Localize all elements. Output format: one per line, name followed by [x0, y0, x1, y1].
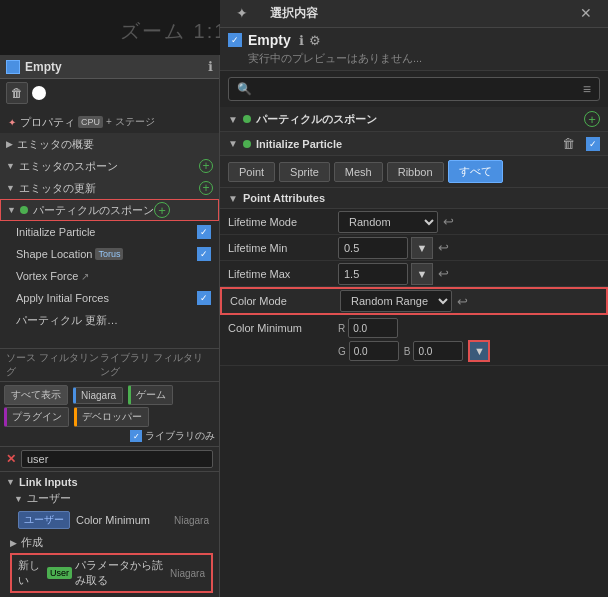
- color-minimum-label: Color Minimum: [76, 514, 150, 526]
- window-title: 選択内容: [262, 0, 326, 28]
- lifetime-max-input[interactable]: [338, 263, 408, 285]
- shape-location-item[interactable]: Shape Location Torus: [0, 243, 219, 265]
- particle-update-item[interactable]: パーティクル 更新…: [0, 309, 219, 331]
- particle-spawn-label: パーティクルのスポーン: [33, 203, 154, 218]
- user-section: ▼ ユーザー ユーザー Color Minimum Niagara: [6, 491, 213, 531]
- clear-search-btn[interactable]: ✕: [6, 452, 16, 466]
- create-row[interactable]: 新しい User パラメータから読み取る Niagara: [10, 553, 213, 593]
- init-particle-trash[interactable]: 🗑: [562, 136, 575, 151]
- shape-location-label: Shape Location: [16, 248, 92, 260]
- particles-spawn-arrow[interactable]: ▼: [228, 114, 238, 125]
- filter-dev-btn[interactable]: デベロッパー: [74, 407, 149, 427]
- triangle-icon: ▼: [6, 183, 15, 193]
- library-checkbox[interactable]: [130, 430, 142, 442]
- lifetime-min-expand[interactable]: ▼: [411, 237, 433, 259]
- init-particle-label: Initialize Particle: [16, 226, 95, 238]
- lifetime-mode-dropdown[interactable]: Random: [338, 211, 438, 233]
- vortex-force-item[interactable]: Vortex Force ↗: [0, 265, 219, 287]
- color-gb-row: G B ▼: [228, 340, 600, 362]
- new-param-read: パラメータから読み取る: [75, 558, 170, 588]
- init-particle-check[interactable]: [586, 137, 600, 151]
- emitter-spawn-label: エミッタのスポーン: [19, 159, 118, 174]
- stack-search-bar: 🔍 ≡: [228, 77, 600, 101]
- emitter-overview-group[interactable]: ▶ エミッタの概要: [0, 133, 219, 155]
- b-label: B: [404, 346, 411, 357]
- tab-point[interactable]: Point: [228, 162, 275, 182]
- init-particle-check[interactable]: [197, 225, 211, 239]
- point-attr-arrow[interactable]: ▼: [228, 193, 238, 204]
- stage-label: + ステージ: [106, 115, 155, 129]
- user-section-header: ▼ ユーザー: [14, 491, 213, 506]
- green-dot: [20, 206, 28, 214]
- empty-checkbox[interactable]: [6, 60, 20, 74]
- search-row: ✕: [0, 446, 219, 471]
- triangle-icon: ▼: [6, 161, 15, 171]
- init-particle-item[interactable]: Initialize Particle: [0, 221, 219, 243]
- left-panel-content: ✦ プロパティ CPU + ステージ ▶ エミッタの概要 ▼ エミッタのスポーン…: [0, 107, 219, 335]
- lifetime-min-undo[interactable]: ↩: [438, 240, 449, 255]
- color-mode-undo[interactable]: ↩: [457, 294, 468, 309]
- preview-checkbox[interactable]: [228, 33, 242, 47]
- tab-all[interactable]: すべて: [448, 160, 503, 183]
- window-icon: ✦: [228, 0, 256, 28]
- create-triangle: ▶: [10, 538, 17, 548]
- filter-niagara-btn[interactable]: Niagara: [73, 387, 123, 404]
- apply-forces-check[interactable]: [197, 291, 211, 305]
- lifetime-max-expand[interactable]: ▼: [411, 263, 433, 285]
- filter-all-btn[interactable]: すべて表示: [4, 385, 68, 405]
- lifetime-mode-undo[interactable]: ↩: [443, 214, 454, 229]
- lifetime-max-row: Lifetime Max ▼ ↩: [220, 261, 608, 287]
- g-label: G: [338, 346, 346, 357]
- preview-title-row: Empty ℹ ⚙: [228, 32, 600, 48]
- info-icon[interactable]: ℹ: [208, 59, 213, 74]
- color-b-input[interactable]: [413, 341, 463, 361]
- filter-game-btn[interactable]: ゲーム: [128, 385, 173, 405]
- preview-info-icon[interactable]: ℹ: [299, 33, 304, 48]
- emitter-update-add[interactable]: +: [199, 181, 213, 195]
- color-r-input[interactable]: [348, 318, 398, 338]
- lifetime-mode-row: Lifetime Mode Random ↩: [220, 209, 608, 235]
- shape-location-check[interactable]: [197, 247, 211, 261]
- user-section-label: ユーザー: [27, 491, 71, 506]
- tab-mesh[interactable]: Mesh: [334, 162, 383, 182]
- user-badge: ユーザー: [18, 511, 70, 529]
- user-triangle: ▼: [14, 494, 23, 504]
- emitter-spawn-add[interactable]: +: [199, 159, 213, 173]
- link-inputs-triangle: ▼: [6, 477, 15, 487]
- search-input[interactable]: [21, 450, 213, 468]
- color-expand-btn[interactable]: ▼: [468, 340, 490, 362]
- emitter-spawn-group[interactable]: ▼ エミッタのスポーン +: [0, 155, 219, 177]
- properties-row[interactable]: ✦ プロパティ CPU + ステージ: [0, 111, 219, 133]
- particles-spawn-add[interactable]: +: [584, 111, 600, 127]
- color-minimum-row[interactable]: ユーザー Color Minimum Niagara: [14, 509, 213, 531]
- color-mode-dropdown[interactable]: Random Range: [340, 290, 452, 312]
- particles-green-dot: [243, 115, 251, 123]
- zoom-label: ズーム 1:1: [120, 18, 227, 45]
- color-min-label: Color Minimum: [228, 322, 338, 334]
- particle-spawn-add[interactable]: +: [154, 202, 170, 218]
- point-attributes-title: Point Attributes: [243, 192, 325, 204]
- init-particle-arrow[interactable]: ▼: [228, 138, 238, 149]
- lifetime-max-undo[interactable]: ↩: [438, 266, 449, 281]
- cpu-badge: CPU: [78, 116, 103, 128]
- create-header: ▶ 作成: [10, 535, 213, 550]
- init-particle-title: Initialize Particle: [256, 138, 562, 150]
- trash-btn[interactable]: 🗑: [6, 82, 28, 104]
- search-filter-icon[interactable]: ≡: [583, 81, 591, 97]
- filter-plugin-btn[interactable]: プラグイン: [4, 407, 69, 427]
- color-g-input[interactable]: [349, 341, 399, 361]
- close-window-btn[interactable]: ✕: [572, 0, 600, 28]
- apply-forces-label: Apply Initial Forces: [16, 292, 109, 304]
- emitter-update-label: エミッタの更新: [19, 181, 96, 196]
- particles-spawn-header: ▼ パーティクルのスポーン +: [220, 107, 608, 132]
- tab-ribbon[interactable]: Ribbon: [387, 162, 444, 182]
- stack-search-input[interactable]: [258, 83, 583, 95]
- apply-forces-item[interactable]: Apply Initial Forces: [0, 287, 219, 309]
- lifetime-min-input[interactable]: [338, 237, 408, 259]
- search-bar-icon: 🔍: [237, 82, 252, 96]
- preview-settings-icon[interactable]: ⚙: [309, 33, 321, 48]
- particle-spawn-group[interactable]: ▼ パーティクルのスポーン +: [0, 199, 219, 221]
- emitter-update-group[interactable]: ▼ エミッタの更新 +: [0, 177, 219, 199]
- tab-sprite[interactable]: Sprite: [279, 162, 330, 182]
- color-r-row: Color Minimum R: [228, 318, 600, 338]
